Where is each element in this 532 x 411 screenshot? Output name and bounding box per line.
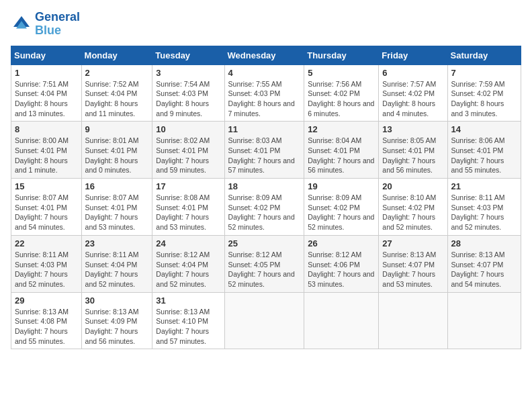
calendar-cell: 6 Sunrise: 7:57 AMSunset: 4:02 PMDayligh… [379, 64, 447, 122]
day-number: 21 [451, 181, 517, 191]
day-info: Sunrise: 8:13 AMSunset: 4:08 PMDaylight:… [15, 307, 78, 347]
day-number: 14 [451, 124, 517, 134]
day-number: 29 [15, 295, 78, 306]
weekday-header-sunday: Sunday [11, 46, 82, 64]
day-info: Sunrise: 7:51 AMSunset: 4:04 PMDaylight:… [15, 79, 78, 119]
calendar-week-2: 8 Sunrise: 8:00 AMSunset: 4:01 PMDayligh… [11, 122, 521, 179]
calendar-cell: 4 Sunrise: 7:55 AMSunset: 4:03 PMDayligh… [224, 64, 304, 122]
day-number: 18 [228, 181, 301, 191]
calendar-cell: 7 Sunrise: 7:59 AMSunset: 4:02 PMDayligh… [447, 64, 521, 122]
weekday-header-thursday: Thursday [304, 46, 379, 64]
day-info: Sunrise: 8:13 AMSunset: 4:10 PMDaylight:… [156, 307, 220, 347]
day-info: Sunrise: 8:07 AMSunset: 4:01 PMDaylight:… [15, 193, 78, 232]
day-number: 12 [308, 124, 375, 134]
day-info: Sunrise: 7:55 AMSunset: 4:03 PMDaylight:… [228, 79, 301, 119]
calendar-cell: 13 Sunrise: 8:05 AMSunset: 4:01 PMDaylig… [379, 122, 447, 179]
calendar-cell [224, 292, 304, 349]
calendar-cell: 25 Sunrise: 8:12 AMSunset: 4:05 PMDaylig… [224, 235, 304, 292]
day-number: 19 [308, 181, 375, 191]
day-number: 6 [382, 68, 443, 78]
calendar-cell: 18 Sunrise: 8:09 AMSunset: 4:02 PMDaylig… [224, 179, 304, 236]
day-number: 26 [308, 238, 375, 248]
day-info: Sunrise: 8:10 AMSunset: 4:02 PMDaylight:… [382, 193, 443, 232]
calendar-cell: 27 Sunrise: 8:13 AMSunset: 4:07 PMDaylig… [379, 235, 447, 292]
day-info: Sunrise: 7:54 AMSunset: 4:03 PMDaylight:… [156, 79, 220, 119]
calendar-cell: 9 Sunrise: 8:01 AMSunset: 4:01 PMDayligh… [81, 122, 152, 179]
day-number: 9 [85, 124, 149, 134]
day-info: Sunrise: 8:13 AMSunset: 4:07 PMDaylight:… [382, 250, 443, 289]
day-info: Sunrise: 8:13 AMSunset: 4:07 PMDaylight:… [451, 250, 517, 289]
calendar-cell: 1 Sunrise: 7:51 AMSunset: 4:04 PMDayligh… [11, 64, 82, 122]
calendar-cell: 29 Sunrise: 8:13 AMSunset: 4:08 PMDaylig… [11, 292, 82, 349]
day-number: 30 [85, 295, 149, 306]
logo-icon [11, 13, 32, 35]
day-info: Sunrise: 8:00 AMSunset: 4:01 PMDaylight:… [15, 136, 78, 175]
calendar-cell: 23 Sunrise: 8:11 AMSunset: 4:04 PMDaylig… [81, 235, 152, 292]
day-number: 7 [451, 68, 517, 78]
calendar-week-4: 22 Sunrise: 8:11 AMSunset: 4:03 PMDaylig… [11, 235, 521, 292]
calendar-cell: 10 Sunrise: 8:02 AMSunset: 4:01 PMDaylig… [152, 122, 224, 179]
day-number: 3 [156, 68, 220, 78]
calendar-week-5: 29 Sunrise: 8:13 AMSunset: 4:08 PMDaylig… [11, 292, 521, 349]
day-number: 23 [85, 238, 149, 248]
day-info: Sunrise: 8:07 AMSunset: 4:01 PMDaylight:… [85, 193, 149, 232]
day-number: 5 [308, 68, 375, 78]
calendar-cell: 3 Sunrise: 7:54 AMSunset: 4:03 PMDayligh… [152, 64, 224, 122]
day-number: 22 [15, 238, 78, 248]
day-number: 28 [451, 238, 517, 248]
day-info: Sunrise: 8:13 AMSunset: 4:09 PMDaylight:… [85, 307, 149, 347]
calendar-week-1: 1 Sunrise: 7:51 AMSunset: 4:04 PMDayligh… [11, 64, 521, 122]
day-number: 10 [156, 124, 220, 134]
day-number: 16 [85, 181, 149, 191]
day-info: Sunrise: 8:01 AMSunset: 4:01 PMDaylight:… [85, 136, 149, 175]
calendar-cell: 20 Sunrise: 8:10 AMSunset: 4:02 PMDaylig… [379, 179, 447, 236]
day-info: Sunrise: 7:52 AMSunset: 4:04 PMDaylight:… [85, 79, 149, 119]
day-number: 24 [156, 238, 220, 248]
day-info: Sunrise: 8:12 AMSunset: 4:05 PMDaylight:… [228, 250, 301, 289]
day-info: Sunrise: 8:11 AMSunset: 4:03 PMDaylight:… [15, 250, 78, 289]
calendar-cell: 15 Sunrise: 8:07 AMSunset: 4:01 PMDaylig… [11, 179, 82, 236]
calendar-cell: 11 Sunrise: 8:03 AMSunset: 4:01 PMDaylig… [224, 122, 304, 179]
calendar-week-3: 15 Sunrise: 8:07 AMSunset: 4:01 PMDaylig… [11, 179, 521, 236]
day-info: Sunrise: 7:59 AMSunset: 4:02 PMDaylight:… [451, 79, 517, 119]
weekday-header-friday: Friday [379, 46, 447, 64]
day-info: Sunrise: 8:12 AMSunset: 4:04 PMDaylight:… [156, 250, 220, 289]
calendar-cell: 14 Sunrise: 8:06 AMSunset: 4:01 PMDaylig… [447, 122, 521, 179]
day-info: Sunrise: 8:04 AMSunset: 4:01 PMDaylight:… [308, 136, 375, 175]
weekday-header-monday: Monday [81, 46, 152, 64]
logo: GeneralBlue [11, 11, 80, 38]
day-number: 31 [156, 295, 220, 306]
calendar-cell: 22 Sunrise: 8:11 AMSunset: 4:03 PMDaylig… [11, 235, 82, 292]
day-number: 2 [85, 68, 149, 78]
calendar-cell: 12 Sunrise: 8:04 AMSunset: 4:01 PMDaylig… [304, 122, 379, 179]
day-info: Sunrise: 8:03 AMSunset: 4:01 PMDaylight:… [228, 136, 301, 175]
day-number: 27 [382, 238, 443, 248]
calendar-cell: 19 Sunrise: 8:09 AMSunset: 4:02 PMDaylig… [304, 179, 379, 236]
day-info: Sunrise: 8:06 AMSunset: 4:01 PMDaylight:… [451, 136, 517, 175]
logo-text: GeneralBlue [35, 11, 80, 38]
calendar-cell: 30 Sunrise: 8:13 AMSunset: 4:09 PMDaylig… [81, 292, 152, 349]
day-number: 17 [156, 181, 220, 191]
day-info: Sunrise: 7:56 AMSunset: 4:02 PMDaylight:… [308, 79, 375, 119]
calendar-cell: 26 Sunrise: 8:12 AMSunset: 4:06 PMDaylig… [304, 235, 379, 292]
day-info: Sunrise: 8:05 AMSunset: 4:01 PMDaylight:… [382, 136, 443, 175]
calendar-cell: 24 Sunrise: 8:12 AMSunset: 4:04 PMDaylig… [152, 235, 224, 292]
weekday-header-tuesday: Tuesday [152, 46, 224, 64]
day-number: 1 [15, 68, 78, 78]
weekday-header-wednesday: Wednesday [224, 46, 304, 64]
calendar-cell: 5 Sunrise: 7:56 AMSunset: 4:02 PMDayligh… [304, 64, 379, 122]
day-info: Sunrise: 8:11 AMSunset: 4:04 PMDaylight:… [85, 250, 149, 289]
calendar-cell: 16 Sunrise: 8:07 AMSunset: 4:01 PMDaylig… [81, 179, 152, 236]
day-number: 25 [228, 238, 301, 248]
day-number: 20 [382, 181, 443, 191]
calendar-cell: 28 Sunrise: 8:13 AMSunset: 4:07 PMDaylig… [447, 235, 521, 292]
calendar-cell: 17 Sunrise: 8:08 AMSunset: 4:01 PMDaylig… [152, 179, 224, 236]
day-info: Sunrise: 8:08 AMSunset: 4:01 PMDaylight:… [156, 193, 220, 232]
calendar-cell [447, 292, 521, 349]
calendar-cell [379, 292, 447, 349]
calendar-cell: 8 Sunrise: 8:00 AMSunset: 4:01 PMDayligh… [11, 122, 82, 179]
day-info: Sunrise: 8:02 AMSunset: 4:01 PMDaylight:… [156, 136, 220, 175]
day-info: Sunrise: 8:11 AMSunset: 4:03 PMDaylight:… [451, 193, 517, 232]
day-number: 13 [382, 124, 443, 134]
day-number: 11 [228, 124, 301, 134]
